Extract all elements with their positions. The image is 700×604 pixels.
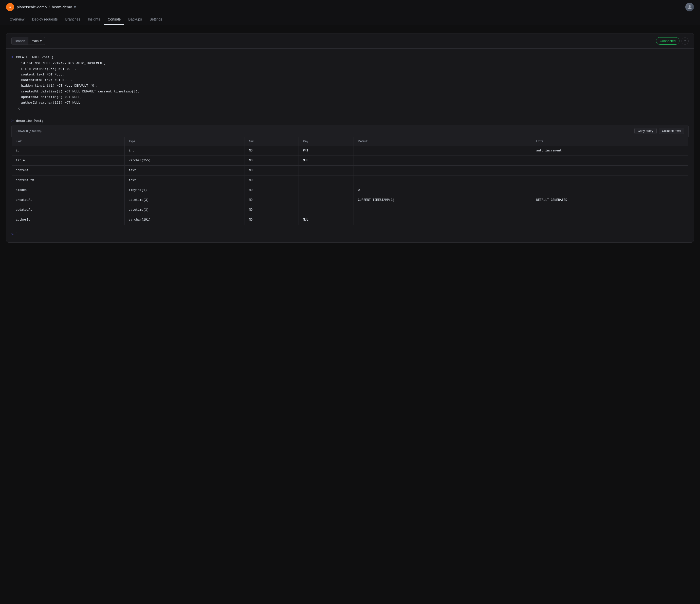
cell-type: text	[124, 176, 245, 185]
cell-key: MUL	[299, 215, 354, 225]
cell-type: text	[124, 166, 245, 176]
cell-field: id	[12, 146, 125, 156]
results-table: Field Type Null Key Default Extra idintN…	[11, 137, 689, 225]
results-table-header-row: Field Type Null Key Default Extra	[12, 137, 689, 146]
cell-field: contentHtml	[12, 176, 125, 185]
tab-overview[interactable]: Overview	[6, 14, 28, 25]
cell-key	[299, 195, 354, 205]
cell-field: content	[12, 166, 125, 176]
sql-body-1: id int NOT NULL PRIMARY KEY AUTO_INCREME…	[11, 61, 689, 111]
console-panel: Branch main ▾ Connected ? > CREATE TABLE…	[6, 33, 694, 243]
cell-extra: DEFAULT_GENERATED	[532, 195, 688, 205]
cell-extra	[532, 156, 688, 166]
cell-type: datetime(3)	[124, 205, 245, 215]
breadcrumb-separator: /	[49, 5, 50, 9]
breadcrumb: planetscale-demo / beam-demo ▾	[17, 5, 77, 9]
cell-default	[354, 215, 532, 225]
console-body: > CREATE TABLE Post ( id int NOT NULL PR…	[6, 49, 694, 242]
sql-prompt-last: >	[11, 232, 14, 236]
branch-dropdown[interactable]: main ▾	[28, 37, 45, 45]
cell-key	[299, 185, 354, 195]
cell-default	[354, 156, 532, 166]
cell-type: tinyint(1)	[124, 185, 245, 195]
planetscale-logo[interactable]	[6, 3, 14, 11]
table-row: createdAtdatetime(3)NOCURRENT_TIMESTAMP(…	[12, 195, 689, 205]
tab-branches[interactable]: Branches	[62, 14, 84, 25]
col-header-field: Field	[12, 137, 125, 146]
help-button[interactable]: ?	[681, 37, 689, 45]
cell-field: authorId	[12, 215, 125, 225]
help-icon: ?	[684, 39, 686, 43]
sql-prompt-2: >	[11, 119, 14, 123]
results-header: 9 rows in (5.60 ms) Copy query Collapse …	[11, 125, 689, 137]
sql-block-create: > CREATE TABLE Post ( id int NOT NULL PR…	[11, 55, 689, 111]
results-section: 9 rows in (5.60 ms) Copy query Collapse …	[11, 125, 689, 225]
col-header-key: Key	[299, 137, 354, 146]
results-table-body: idintNOPRIauto_incrementtitlevarchar(255…	[12, 146, 689, 225]
table-row: idintNOPRIauto_increment	[12, 146, 689, 156]
tab-console[interactable]: Console	[104, 14, 124, 25]
cell-field: updatedAt	[12, 205, 125, 215]
cell-field: createdAt	[12, 195, 125, 205]
console-toolbar: Branch main ▾ Connected ?	[6, 33, 694, 49]
cell-extra	[532, 185, 688, 195]
table-row: contenttextNO	[12, 166, 689, 176]
cell-default	[354, 176, 532, 185]
copy-query-button[interactable]: Copy query	[634, 128, 656, 134]
cell-type: int	[124, 146, 245, 156]
results-table-head: Field Type Null Key Default Extra	[12, 137, 689, 146]
cell-field: title	[12, 156, 125, 166]
cell-extra	[532, 176, 688, 185]
branch-label: Branch	[12, 37, 28, 45]
col-header-extra: Extra	[532, 137, 688, 146]
tab-settings[interactable]: Settings	[146, 14, 166, 25]
cell-null: NO	[245, 215, 299, 225]
results-meta: 9 rows in (5.60 ms)	[16, 129, 42, 133]
cell-null: NO	[245, 156, 299, 166]
col-header-type: Type	[124, 137, 245, 146]
cursor-line[interactable]: `	[16, 232, 18, 236]
tab-insights[interactable]: Insights	[84, 14, 104, 25]
avatar[interactable]	[685, 3, 694, 11]
tab-backups[interactable]: Backups	[125, 14, 146, 25]
connected-badge: Connected ?	[656, 37, 689, 45]
navbar: planetscale-demo / beam-demo ▾	[0, 0, 700, 14]
navbar-left: planetscale-demo / beam-demo ▾	[6, 3, 77, 11]
cell-key	[299, 176, 354, 185]
cell-key: PRI	[299, 146, 354, 156]
cell-key	[299, 205, 354, 215]
cell-type: varchar(191)	[124, 215, 245, 225]
cell-default	[354, 205, 532, 215]
cell-default: 0	[354, 185, 532, 195]
connected-button[interactable]: Connected	[656, 37, 679, 45]
cell-default	[354, 166, 532, 176]
branch-selector: Branch main ▾	[11, 37, 45, 45]
db-name-selector[interactable]: beam-demo ▾	[52, 5, 77, 9]
cell-null: NO	[245, 195, 299, 205]
cell-key	[299, 166, 354, 176]
sql-line-command: > CREATE TABLE Post (	[11, 55, 689, 60]
sql-line-describe: > describe Post;	[11, 118, 689, 124]
cell-default: CURRENT_TIMESTAMP(3)	[354, 195, 532, 205]
cell-null: NO	[245, 176, 299, 185]
cell-null: NO	[245, 146, 299, 156]
table-row: contentHtmltextNO	[12, 176, 689, 185]
main-content: Branch main ▾ Connected ? > CREATE TABLE…	[0, 25, 700, 251]
cell-field: hidden	[12, 185, 125, 195]
tab-deploy-requests[interactable]: Deploy requests	[28, 14, 61, 25]
table-row: updatedAtdatetime(3)NO	[12, 205, 689, 215]
collapse-rows-button[interactable]: Collapse rows	[659, 128, 684, 134]
table-row: titlevarchar(255)NOMUL	[12, 156, 689, 166]
sql-prompt-1: >	[11, 55, 14, 59]
branch-chevron-icon: ▾	[40, 39, 42, 43]
cell-extra: auto_increment	[532, 146, 688, 156]
cell-key: MUL	[299, 156, 354, 166]
top-tabs: Overview Deploy requests Branches Insigh…	[0, 14, 700, 25]
sql-command-2: describe Post;	[16, 118, 44, 124]
table-row: hiddentinyint(1)NO0	[12, 185, 689, 195]
org-name[interactable]: planetscale-demo	[17, 5, 47, 9]
cell-null: NO	[245, 166, 299, 176]
branch-value: main	[31, 39, 39, 43]
svg-point-1	[689, 5, 691, 7]
sql-block-describe: > describe Post; 9 rows in (5.60 ms) Cop…	[11, 118, 689, 225]
